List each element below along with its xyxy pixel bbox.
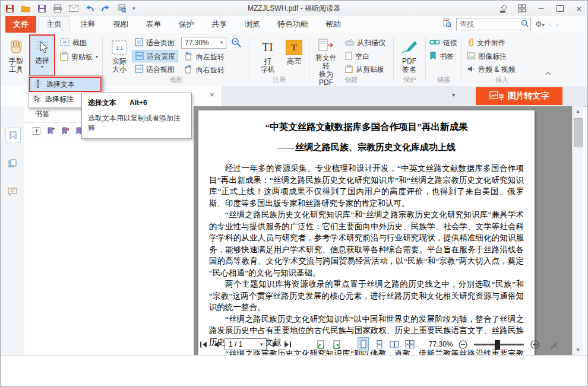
blank-page-button[interactable]: 空白: [343, 50, 372, 62]
tab-share[interactable]: 共享: [204, 16, 235, 33]
continuous-view-button[interactable]: [374, 338, 384, 351]
tab-comment[interactable]: 注释: [72, 16, 103, 33]
find-options-gear-icon[interactable]: ⚙▾: [535, 20, 545, 28]
add-bookmark-icon[interactable]: [47, 127, 55, 137]
zoom-out-button[interactable]: [459, 338, 467, 350]
zoom-slider[interactable]: [474, 344, 524, 345]
rotate-right-button[interactable]: 向右旋转: [181, 64, 227, 76]
facing-view-button[interactable]: [390, 338, 400, 351]
from-clipboard-button[interactable]: 从剪贴板: [343, 64, 387, 75]
zoom-in-button[interactable]: [530, 338, 539, 350]
save-as-button[interactable]: [36, 3, 47, 14]
previous-view-button[interactable]: [317, 338, 326, 350]
comments-panel-icon[interactable]: [5, 185, 20, 199]
expand-bookmarks-icon[interactable]: [33, 127, 40, 137]
image-annotation-button[interactable]: 图像标注: [464, 50, 509, 62]
zoom-combobox[interactable]: 77.30% ▾: [181, 37, 226, 49]
continuous-facing-view-button[interactable]: [405, 338, 415, 351]
undo-button[interactable]: [84, 3, 95, 14]
tab-protect[interactable]: 保护: [171, 16, 202, 33]
resize-grip[interactable]: [550, 338, 558, 350]
actual-size-button[interactable]: 1:1 实际大小: [106, 34, 132, 76]
select-tool-button[interactable]: 选择 ▾: [29, 34, 55, 76]
scroll-up-icon[interactable]: ▲: [573, 106, 583, 116]
next-page-button[interactable]: [272, 338, 278, 350]
zoom-percentage: 77.30%: [429, 340, 453, 348]
ink-signature-button[interactable]: [498, 4, 508, 13]
tab-view[interactable]: 视图: [105, 16, 136, 33]
minimize-button[interactable]: ─: [536, 4, 546, 13]
find-next-icon[interactable]: ›: [556, 19, 559, 29]
screenshot-button[interactable]: 截图: [58, 37, 89, 49]
email-button[interactable]: [68, 3, 79, 14]
highlight-icon: T: [286, 38, 302, 57]
print-button[interactable]: [52, 3, 63, 14]
ui-layout-button[interactable]: [517, 4, 527, 13]
tab-help[interactable]: 帮助: [318, 16, 349, 33]
scroll-down-icon[interactable]: ▼: [573, 345, 583, 355]
close-button[interactable]: ×: [574, 4, 584, 13]
document-paragraph: 经过一年多的资源采集、专业梳理和设计开发，“中英文丝路文献数据库多国合作项目”再…: [209, 163, 524, 209]
print-preview-button[interactable]: [116, 3, 127, 14]
group-label-insert: 插入: [462, 75, 542, 84]
search-input[interactable]: [459, 20, 521, 29]
find-doc-icon[interactable]: [442, 18, 452, 30]
pages-panel-icon[interactable]: [5, 156, 20, 170]
find-previous-icon[interactable]: ‹: [549, 19, 552, 29]
bookmarks-panel-icon[interactable]: [5, 128, 21, 143]
link-button[interactable]: 链接: [427, 37, 460, 49]
tab-home[interactable]: 主页: [38, 16, 70, 33]
convert-to-pdf-button[interactable]: 将文件转换为PDF: [312, 34, 340, 76]
rotate-left-icon: [184, 52, 193, 62]
page-box-caret-icon: ▾: [260, 341, 263, 347]
rotate-left-button[interactable]: 向左旋转: [181, 51, 227, 63]
open-file-button[interactable]: [20, 3, 31, 14]
ribbon-tab-row: 文件 主页 注释 视图 表单 保护 共享 浏览 特色功能 帮助 ⚙▾ ‹ ›: [1, 16, 587, 33]
menu-item-select-text[interactable]: 选择文本: [29, 77, 102, 92]
qat-caret-icon[interactable]: ▾: [132, 5, 135, 11]
clipboard-icon: [60, 52, 68, 62]
page-number-box[interactable]: 1 / 1 ▾: [225, 338, 267, 350]
zoom-in-tool-icon[interactable]: [231, 37, 242, 50]
vertical-scrollbar[interactable]: ▲ ▼: [572, 106, 583, 355]
next-view-button[interactable]: [331, 338, 341, 350]
clipboard-button[interactable]: 剪贴板 ▾: [58, 51, 100, 63]
hand-tool-button[interactable]: 手型工具: [3, 34, 29, 76]
document-subtitle: ——丝绸之路民族、宗教历史文化库成功上线: [209, 142, 524, 153]
restore-button[interactable]: [555, 4, 565, 13]
pdf-sign-button[interactable]: PDF签名: [396, 34, 422, 76]
fit-width-button[interactable]: 适合宽度: [132, 50, 178, 62]
audio-video-button[interactable]: 音频 & 视频: [464, 64, 518, 75]
delete-bookmark-icon[interactable]: [61, 127, 69, 137]
single-page-view-button[interactable]: [358, 337, 369, 351]
fit-page-button[interactable]: 适合页面: [132, 37, 177, 49]
tab-list-caret-icon[interactable]: ▾: [452, 91, 455, 98]
tooltip: 选择文本 Alt+6 选取文本用以复制或者添加注释: [81, 93, 192, 139]
collapse-ribbon-icon[interactable]: [543, 69, 553, 78]
save-button[interactable]: [4, 3, 15, 14]
tab-browse[interactable]: 浏览: [236, 16, 267, 33]
group-label-protect: 保护: [394, 75, 425, 84]
highlight-button[interactable]: T 高亮: [281, 34, 307, 76]
last-page-button[interactable]: [283, 338, 292, 350]
file-attachment-button[interactable]: 文件附件: [464, 37, 508, 49]
tab-form[interactable]: 表单: [138, 16, 169, 33]
tab-file[interactable]: 文件: [5, 16, 36, 33]
zoom-slider-handle[interactable]: [495, 340, 500, 350]
typewriter-button[interactable]: TI 打字机: [255, 34, 281, 76]
pdf-page[interactable]: “中英文丝路文献数据库多国合作项目”再出新成果 ——丝绸之路民族、宗教历史文化库…: [198, 110, 535, 355]
first-page-button[interactable]: [200, 338, 208, 350]
quick-access-toolbar: ▾: [4, 1, 135, 16]
tab-features[interactable]: 特色功能: [270, 16, 316, 33]
speaker-icon: [467, 65, 475, 74]
bookmark-button[interactable]: 书签: [427, 50, 456, 62]
redo-button[interactable]: [100, 3, 111, 14]
search-icon[interactable]: [521, 20, 529, 29]
scrollbar-thumb[interactable]: [574, 118, 583, 147]
document-paragraph: “丝绸之路民族历史文化研究知识库”和“丝绸之路宗教历史文化研究知识库”兼具学术的…: [209, 209, 524, 278]
previous-page-button[interactable]: [213, 338, 219, 350]
from-scanner-button[interactable]: 从扫描仪: [343, 37, 388, 49]
fit-visible-button[interactable]: 适合视图: [132, 64, 177, 75]
ocr-button[interactable]: 字 图片转文字: [476, 87, 562, 105]
tab-close-icon[interactable]: ×: [207, 90, 217, 100]
